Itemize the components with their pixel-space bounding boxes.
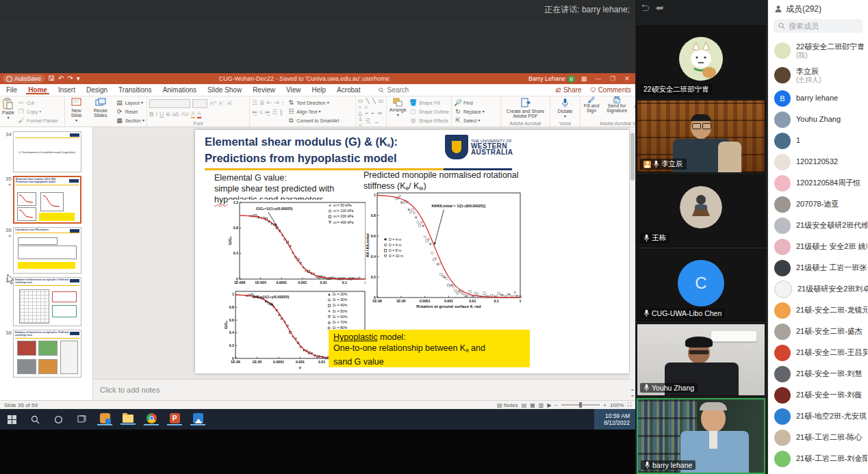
numbering-button[interactable]: ≣: [259, 99, 265, 106]
member-item-5[interactable]: 1202120532: [768, 151, 868, 172]
ribbon-tab-help[interactable]: Help: [309, 85, 328, 94]
shape-effects-button[interactable]: ◍Shape Effects: [409, 117, 449, 125]
ribbon-tab-insert[interactable]: Insert: [56, 85, 77, 94]
member-search-input[interactable]: 搜索成员: [774, 19, 863, 33]
fill-sign-button[interactable]: 🖉 Fill and Sign: [583, 98, 600, 113]
create-share-pdf-button[interactable]: Create and Share Adobe PDF: [503, 98, 548, 118]
video-tile-5[interactable]: Youhu Zhang: [637, 324, 765, 396]
slide-sorter-button[interactable]: ▦: [530, 402, 535, 408]
bold-button[interactable]: B: [149, 111, 154, 118]
zoom-in-button[interactable]: +: [603, 402, 607, 408]
member-item-19[interactable]: 21硕-工岩二班-刘金阳: [768, 448, 868, 469]
select-button[interactable]: ⇱Select▾: [454, 117, 498, 125]
text-direction-button[interactable]: ⇅Text Direction▾: [287, 99, 339, 107]
member-item-12[interactable]: 21硕-安全二班-龙镜元: [768, 300, 868, 321]
undo-icon[interactable]: ↶: [58, 75, 64, 82]
ribbon-tab-design[interactable]: Design: [84, 85, 110, 94]
redo-arrow-icon[interactable]: ⮨: [655, 3, 663, 14]
zoom-out-button[interactable]: −: [555, 402, 559, 408]
close-button[interactable]: ✕: [622, 75, 633, 82]
columns-button[interactable]: ∥: [279, 109, 283, 116]
ribbon-tab-review[interactable]: Review: [251, 85, 277, 94]
strikethrough-button[interactable]: S: [166, 111, 170, 118]
align-left-button[interactable]: ⬅̲: [252, 109, 257, 116]
shape-fill-button[interactable]: 🪣Shape Fill: [409, 99, 449, 107]
thumbnail-35-box[interactable]: Elemental shear modulus (G) & (Kθ): Pred…: [13, 176, 81, 224]
member-item-11[interactable]: 21级硕研安全2班刘卓: [768, 278, 868, 300]
justify-button[interactable]: ☰: [272, 109, 277, 116]
video-tile-1[interactable]: 22硕安全二班邵宁胄: [637, 25, 765, 98]
line-spacing-button[interactable]: ↕: [281, 99, 285, 106]
format-painter-button[interactable]: 🖌Format Painter: [17, 117, 58, 125]
increase-indent-button[interactable]: ⇥: [274, 99, 279, 106]
cortana-button[interactable]: [47, 409, 70, 430]
powerpoint-taskbar-icon[interactable]: P: [163, 409, 186, 430]
ribbon-tab-view[interactable]: View: [284, 85, 303, 94]
member-item-1[interactable]: 李立辰(主持人): [768, 63, 868, 88]
clear-format-button[interactable]: A̸: [227, 100, 231, 107]
ribbon-tab-home[interactable]: Home: [26, 85, 49, 94]
member-item-18[interactable]: 21硕-工岩二班-陈心: [768, 427, 868, 448]
member-item-4[interactable]: 1: [768, 130, 868, 151]
taskbar-clock[interactable]: 10:59 AM 8/12/2022: [594, 409, 635, 430]
shape-outline-button[interactable]: ▢Shape Outline: [409, 108, 449, 116]
member-item-17[interactable]: 21硕-地空2班-尤安琪: [768, 406, 868, 427]
meeting-app-taskbar-icon[interactable]: [93, 409, 116, 430]
slide-canvas[interactable]: Elemental shear modulus (G) & (Kθ): Pred…: [93, 127, 630, 379]
thumbnail-38-box[interactable]: Database of lateral tests on rigid piles…: [13, 330, 81, 378]
ribbon-tab-transitions[interactable]: Transitions: [116, 85, 154, 94]
layout-button[interactable]: ▤Layout▾: [116, 99, 144, 107]
member-item-7[interactable]: 207078-迪亚: [768, 194, 868, 215]
fit-to-window-icon[interactable]: ⛶: [627, 401, 631, 408]
notes-pane[interactable]: Click to add notes: [93, 379, 630, 400]
char-spacing-button[interactable]: AV: [181, 111, 189, 118]
member-item-9[interactable]: 21级硕士 安全2班 姚瑞: [768, 236, 868, 257]
comments-button[interactable]: 🗨Comments: [590, 86, 631, 94]
member-item-13[interactable]: 21硕-安全二班-盛杰: [768, 321, 868, 342]
cut-button[interactable]: ✂Cut: [17, 99, 58, 107]
ribbon-tab-acrobat[interactable]: Acrobat: [335, 85, 362, 94]
share-button[interactable]: 🖅Share: [555, 86, 582, 94]
restore-button[interactable]: ❐: [607, 75, 618, 82]
video-tile-3[interactable]: 王栋: [637, 174, 765, 247]
grow-font-button[interactable]: A^: [209, 100, 216, 107]
member-item-3[interactable]: Youhu Zhang: [768, 109, 868, 130]
dictate-button[interactable]: Dictate▾: [558, 98, 573, 119]
search-box[interactable]: Search: [379, 86, 409, 94]
convert-smartart-button[interactable]: ⧉Convert to SmartArt: [287, 117, 339, 125]
align-right-button[interactable]: ➡̲: [265, 109, 270, 116]
send-signature-button[interactable]: 🖆 Send for Signature: [603, 98, 630, 113]
slide-scrollbar[interactable]: ⏶ ⏷: [630, 127, 635, 400]
member-item-0[interactable]: 22硕安全二班邵宁胄(我): [768, 38, 868, 63]
decrease-indent-button[interactable]: ⇤: [267, 99, 272, 106]
new-slide-button[interactable]: New Slide▾: [67, 98, 86, 123]
section-button[interactable]: ▦Section▾: [116, 117, 144, 125]
start-button[interactable]: [0, 409, 23, 430]
member-item-8[interactable]: 21级安全硕研2班代维: [768, 215, 868, 236]
slideshow-button[interactable]: ▶: [547, 402, 551, 408]
photos-taskbar-icon[interactable]: [186, 409, 209, 430]
shrink-font-button[interactable]: Aˇ: [218, 100, 225, 107]
video-tile-2[interactable]: 李立辰: [637, 100, 765, 173]
redo-icon[interactable]: ↷: [67, 75, 73, 82]
account-user[interactable]: Barry Lehane B: [528, 75, 575, 83]
highlight-color-button[interactable]: A: [191, 110, 195, 118]
align-center-button[interactable]: ≡: [259, 109, 263, 116]
underline-button[interactable]: U: [159, 111, 164, 118]
replace-button[interactable]: ↻Replace▾: [454, 108, 498, 116]
undo-arrow-icon[interactable]: ⮌: [641, 3, 650, 14]
video-tile-4[interactable]: C CUG-UWA-Libo Chen: [637, 249, 765, 321]
file-explorer-taskbar-icon[interactable]: [116, 409, 140, 430]
shapes-gallery[interactable]: ▭ ╲ ╲ ▭ ○ ○△ ⌐ ⌐ ⇦ ⇩ ▱☆ ⌒ ⌒ { } ✩: [358, 98, 387, 128]
previous-slide-button[interactable]: ⏶: [631, 388, 635, 393]
member-item-14[interactable]: 21硕-安全二班-王昌昊: [768, 342, 868, 363]
bullets-button[interactable]: ☰: [252, 99, 257, 106]
font-size-select[interactable]: [192, 99, 207, 108]
member-item-6[interactable]: 1202120584周子恒: [768, 172, 868, 194]
ribbon-tab-file[interactable]: File: [4, 85, 19, 94]
scrollbar-thumb[interactable]: [630, 133, 635, 181]
minimize-button[interactable]: —: [593, 75, 604, 82]
zoom-slider[interactable]: [561, 404, 600, 406]
italic-button[interactable]: I: [156, 111, 158, 118]
normal-view-button[interactable]: ▤: [522, 402, 527, 408]
